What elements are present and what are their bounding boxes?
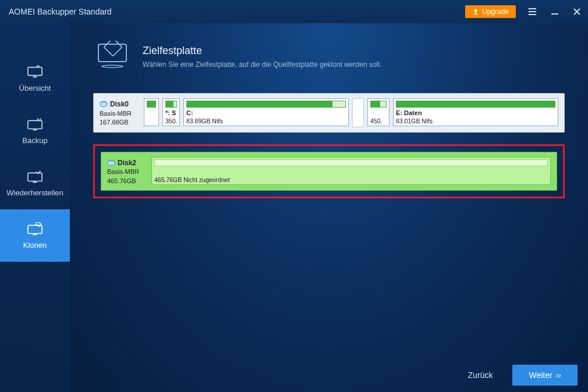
restore-icon <box>26 170 44 184</box>
sidebar: Übersicht Backup Wiederherstellen Klonen <box>0 23 70 392</box>
page-header: Zielfestplatte Wählen Sie eine Zielfestp… <box>93 41 565 73</box>
sidebar-item-label: Übersicht <box>19 84 51 92</box>
disk2-row[interactable]: Disk2 Basis-MBR 465.76GB 465.76GB Nicht … <box>101 152 557 191</box>
svg-rect-9 <box>104 41 122 56</box>
menu-icon[interactable] <box>527 6 538 17</box>
selected-highlight: Disk2 Basis-MBR 465.76GB 465.76GB Nicht … <box>93 144 565 199</box>
disk0-row[interactable]: Disk0 Basis-MBR 167.68GB *: S 350. C: 83… <box>93 93 565 133</box>
svg-point-0 <box>529 8 530 10</box>
upgrade-icon <box>472 8 479 15</box>
chevron-right-icon: ›› <box>556 370 561 380</box>
svg-point-1 <box>529 11 530 13</box>
target-disk-icon <box>93 41 131 73</box>
back-button[interactable]: Zurück <box>455 365 506 386</box>
sidebar-item-label: Klonen <box>23 241 47 250</box>
clone-icon <box>26 222 44 236</box>
disk2-partition-unallocated[interactable]: 465.76GB Nicht zugeordnet <box>151 157 551 185</box>
upgrade-button[interactable]: Upgrade <box>465 5 516 18</box>
disk0-partition-1[interactable]: *: S 350. <box>162 98 180 126</box>
svg-rect-7 <box>36 222 41 226</box>
disk2-info: Disk2 Basis-MBR 465.76GB <box>107 157 148 186</box>
disk0-partition-3[interactable]: 450. <box>367 98 389 126</box>
close-icon[interactable] <box>572 6 582 17</box>
disk0-partition-0[interactable] <box>144 98 159 126</box>
svg-point-10 <box>102 65 123 67</box>
page-subtitle: Wählen Sie eine Zielfestplatte, auf die … <box>143 60 381 69</box>
disk0-info: Disk0 Basis-MBR 167.68GB <box>100 98 140 127</box>
main-panel: Zielfestplatte Wählen Sie eine Zielfestp… <box>70 23 588 392</box>
svg-rect-4 <box>28 120 42 129</box>
disk0-gap <box>352 98 364 127</box>
disk0-partition-c[interactable]: C: 83.89GB Ntfs <box>183 98 349 126</box>
disk0-partition-e[interactable]: E: Daten 83.01GB Ntfs <box>393 98 558 126</box>
titlebar: AOMEI Backupper Standard Upgrade <box>0 0 588 23</box>
monitor-icon <box>26 65 44 79</box>
svg-rect-5 <box>28 173 42 181</box>
upgrade-label: Upgrade <box>482 8 509 16</box>
sidebar-item-backup[interactable]: Backup <box>0 105 70 157</box>
sidebar-item-clone[interactable]: Klonen <box>0 209 70 262</box>
svg-point-2 <box>529 14 530 16</box>
app-title: AOMEI Backupper Standard <box>9 7 112 16</box>
sidebar-item-restore[interactable]: Wiederherstellen <box>0 157 70 209</box>
backup-icon <box>26 117 44 131</box>
sidebar-item-label: Wiederherstellen <box>6 188 63 197</box>
footer: Zurück Weiter ›› <box>70 358 588 392</box>
next-button[interactable]: Weiter ›› <box>512 365 578 386</box>
sidebar-item-label: Backup <box>22 136 47 145</box>
sidebar-item-overview[interactable]: Übersicht <box>0 52 70 105</box>
svg-rect-3 <box>28 67 42 75</box>
disk-icon <box>107 160 115 166</box>
disk-icon <box>100 101 108 107</box>
minimize-icon[interactable] <box>550 6 560 17</box>
page-title: Zielfestplatte <box>143 45 381 57</box>
